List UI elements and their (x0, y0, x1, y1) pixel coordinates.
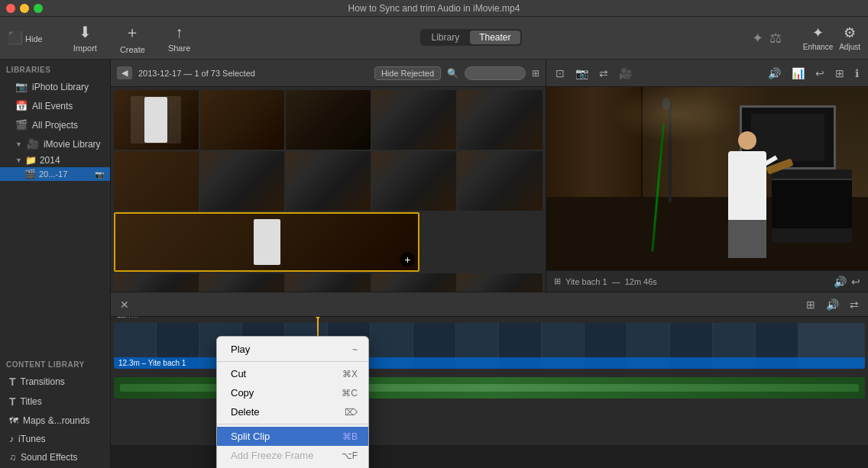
clip-start-label: 12.7m (117, 317, 138, 319)
film-thumb-strip-1[interactable] (114, 273, 199, 292)
close-button[interactable] (6, 4, 15, 13)
preview-tools-left: ⊡ 📷 ⇄ 🎥 (552, 66, 635, 81)
chart-icon[interactable]: 📊 (789, 66, 808, 81)
window-title: How to Sync and trim Audio in iMovie.mp4 (348, 3, 520, 14)
sidebar-item-imovie-library[interactable]: ▼ 🎥 iMovie Library (3, 135, 107, 153)
volume-icon[interactable]: 🔊 (765, 66, 784, 81)
timeline-icon-2[interactable]: 🔊 (823, 297, 842, 312)
film-thumb-8[interactable] (286, 151, 371, 211)
content-library-header: CONTENT LIBRARY (0, 354, 110, 372)
camera-icon[interactable]: 📷 (572, 66, 591, 81)
event-icon: 🎬 (24, 169, 36, 179)
film-thumb-strip-4[interactable] (372, 273, 457, 292)
film-thumb-10[interactable] (458, 151, 542, 211)
sound-effects-icon: ♫ (9, 452, 16, 463)
violinist (717, 131, 778, 261)
film-grid: + (111, 87, 546, 292)
search-input[interactable] (465, 66, 526, 80)
split-icon[interactable]: ⊞ (832, 66, 847, 81)
sidebar-item-event[interactable]: 🎬 20...-17 📷 (0, 167, 110, 181)
itunes-label: iTunes (18, 434, 46, 444)
timeline-close-icon[interactable]: ✕ (117, 297, 132, 312)
film-thumb-strip-3[interactable] (286, 273, 371, 292)
film-thumb-5[interactable] (458, 90, 542, 150)
menu-item-split-clip[interactable]: Split Clip ⌘B (217, 427, 368, 446)
preview-clip-name: Yite bach 1 (565, 277, 607, 286)
sidebar-item-titles[interactable]: T Titles (3, 392, 107, 411)
film-row-2 (114, 151, 542, 211)
film-row-1 (114, 90, 542, 150)
film-row-3: + (114, 212, 542, 272)
film-thumb-2[interactable] (200, 90, 285, 150)
sidebar-item-itunes[interactable]: ♪ iTunes (3, 431, 107, 447)
hide-button[interactable]: ⬛ Hide (8, 31, 43, 45)
film-thumb-selected-1[interactable]: + (114, 212, 419, 272)
menu-item-add-freeze[interactable]: Add Freeze Frame ⌥F (217, 446, 368, 465)
sidebar-item-all-projects[interactable]: 🎬 All Projects (3, 116, 107, 134)
event-badge-icon: 📷 (95, 170, 104, 179)
undo-icon-right[interactable]: ↩ (851, 276, 860, 288)
enhance-button[interactable]: ✦ Enhance (803, 24, 833, 51)
film-thumb-3[interactable] (286, 90, 371, 150)
film-thumb-4[interactable] (372, 90, 457, 150)
film-thumb-9[interactable] (372, 151, 457, 211)
timeline-toolbar: ✕ ⊞ 🔊 ⇄ (111, 292, 868, 317)
balance-icon[interactable]: ⚖ (769, 30, 782, 47)
minimize-button[interactable] (20, 4, 29, 13)
iphoto-icon: 📷 (15, 81, 28, 92)
top-right-tools: ✦ ⚖ ✦ Enhance ⚙ Adjust (752, 24, 860, 51)
import-button[interactable]: ⬇ Import (73, 23, 97, 53)
film-thumb-6[interactable] (114, 151, 199, 211)
window-controls (6, 4, 43, 13)
create-button[interactable]: ＋ Create (120, 22, 145, 54)
imovie-library-icon: 🎥 (27, 138, 39, 150)
film-thumb-strip-5[interactable] (458, 273, 542, 292)
titlebar: How to Sync and trim Audio in iMovie.mp4 (0, 0, 868, 17)
timeline-icon-1[interactable]: ⊞ (803, 297, 818, 312)
sidebar-item-all-events[interactable]: 📅 All Events (3, 97, 107, 115)
menu-item-copy[interactable]: Copy ⌘C (217, 383, 368, 402)
preview-toolbar: ⊡ 📷 ⇄ 🎥 🔊 📊 ↩ ⊞ ℹ (546, 60, 868, 87)
sidebar-item-sound-effects[interactable]: ♫ Sound Effects (3, 449, 107, 466)
adjust-button[interactable]: ⚙ Adjust (839, 24, 860, 51)
main-layout: LIBRARIES 📷 iPhoto Library 📅 All Events … (0, 60, 868, 468)
menu-item-detach-audio[interactable]: Detach Audio ⌥⌘B (217, 465, 368, 468)
hide-rejected-button[interactable]: Hide Rejected (374, 66, 441, 80)
share-button[interactable]: ↑ Share (168, 24, 190, 53)
video-preview (546, 87, 868, 270)
theater-tab[interactable]: Theater (470, 31, 520, 44)
menu-item-cut[interactable]: Cut ⌘X (217, 364, 368, 383)
film-browser: ◀ 2013-12-17 — 1 of 73 Selected Hide Rej… (111, 60, 546, 292)
transitions-icon: T (9, 376, 16, 388)
sidebar-item-iphoto[interactable]: 📷 iPhoto Library (3, 78, 107, 95)
itunes-icon: ♪ (9, 434, 14, 444)
film-thumb-7[interactable] (200, 151, 285, 211)
libraries-header: LIBRARIES (0, 60, 110, 77)
library-tab[interactable]: Library (422, 31, 468, 44)
reverse-icon[interactable]: ↩ (812, 66, 828, 81)
preview-title: ⊞ Yite bach 1 — 12m 46s 🔊 ↩ (546, 270, 868, 292)
video-icon[interactable]: 🎥 (616, 66, 635, 81)
sidebar-item-maps[interactable]: 🗺 Maps &...rounds (3, 412, 107, 429)
top-toolbar: ⬛ Hide ⬇ Import ＋ Create ↑ Share Library… (0, 17, 868, 60)
menu-item-delete[interactable]: Delete ⌦ (217, 402, 368, 421)
film-thumb-1[interactable] (114, 90, 199, 150)
sidebar-projects-label: All Projects (32, 120, 78, 131)
menu-item-play[interactable]: Play ~ (217, 340, 368, 359)
maximize-button[interactable] (34, 4, 43, 13)
light-effect (611, 87, 739, 142)
wand-icon[interactable]: ✦ (752, 30, 763, 47)
violinist-body (728, 151, 766, 220)
back-button[interactable]: ◀ (117, 66, 132, 79)
sidebar-item-2014[interactable]: ▼ 📁 2014 (0, 153, 110, 167)
crop-icon[interactable]: ⊡ (552, 66, 568, 81)
sidebar-item-transitions[interactable]: T Transitions (3, 373, 107, 391)
projects-icon: 🎬 (15, 119, 28, 131)
timeline-icon-3[interactable]: ⇄ (847, 297, 862, 312)
grid-view-icon[interactable]: ⊞ (532, 68, 539, 79)
folder-2014-icon: 📁 (25, 155, 37, 166)
film-thumb-strip-2[interactable] (200, 273, 285, 292)
info-icon[interactable]: ℹ (852, 66, 862, 81)
menu-divider-2 (217, 424, 368, 424)
flip-icon[interactable]: ⇄ (596, 66, 611, 81)
